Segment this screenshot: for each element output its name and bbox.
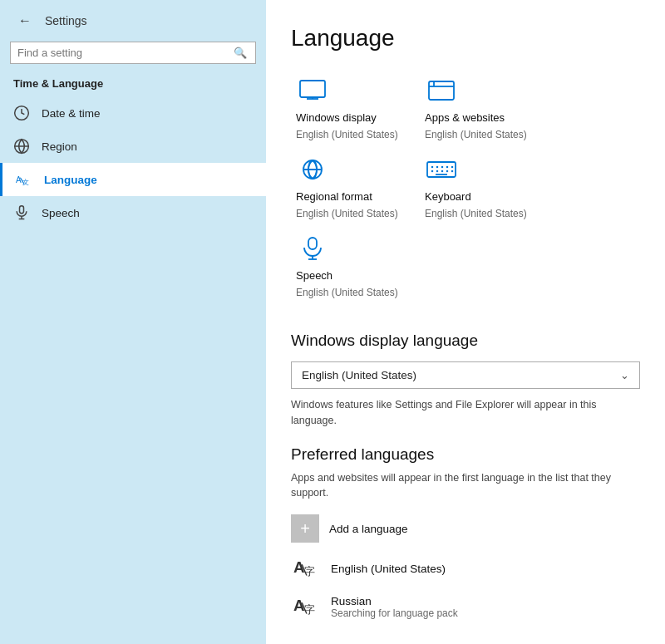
tile-speech[interactable]: Speech English (United States) xyxy=(291,229,420,308)
monitor-icon xyxy=(296,78,329,103)
language-name: English (United States) xyxy=(331,563,446,575)
sidebar-item-label: Speech xyxy=(42,207,80,219)
chevron-down-icon: ⌄ xyxy=(620,369,629,381)
svg-rect-5 xyxy=(20,206,24,214)
windows-display-language-heading: Windows display language xyxy=(291,332,640,350)
tile-sublabel: English (United States) xyxy=(296,208,398,219)
globe-icon xyxy=(13,138,30,155)
tile-label: Speech xyxy=(296,269,332,282)
tile-keyboard[interactable]: Keyboard English (United States) xyxy=(420,150,549,229)
keyboard-icon xyxy=(425,157,458,182)
sidebar-item-label: Language xyxy=(44,174,97,186)
sidebar-item-speech[interactable]: Speech xyxy=(0,196,266,229)
language-info: English (United States) xyxy=(331,563,446,575)
language-item-english[interactable]: A 字 English (United States) xyxy=(291,554,640,583)
language-icon: A 文 xyxy=(16,171,32,188)
language-item-russian[interactable]: A 字 Russian Searching for language pack xyxy=(291,592,640,621)
tile-label: Regional format xyxy=(296,190,372,203)
tile-label: Keyboard xyxy=(425,190,471,203)
main-content: Language Windows display English (United… xyxy=(266,0,665,644)
tile-sublabel: English (United States) xyxy=(425,208,527,219)
language-dropdown-container: English (United States) ⌄ Windows featur… xyxy=(291,361,640,429)
tile-apps-websites[interactable]: Apps & websites English (United States) xyxy=(420,71,549,150)
sidebar-header: ← Settings xyxy=(0,0,266,38)
preferred-languages-desc: Apps and websites will appear in the fir… xyxy=(291,470,640,502)
tile-sublabel: English (United States) xyxy=(296,129,398,140)
language-a-icon-2: A 字 xyxy=(291,592,319,621)
mic2-icon xyxy=(296,236,329,261)
globe2-icon xyxy=(296,157,329,182)
tile-label: Windows display xyxy=(296,111,377,124)
language-info-2: Russian Searching for language pack xyxy=(331,595,458,619)
sidebar-item-region[interactable]: Region xyxy=(0,130,266,163)
dropdown-description: Windows features like Settings and File … xyxy=(291,397,640,429)
add-language-label: Add a language xyxy=(329,523,408,535)
svg-rect-28 xyxy=(308,238,317,249)
icon-grid: Windows display English (United States) … xyxy=(291,71,640,308)
svg-text:字: 字 xyxy=(304,603,315,616)
svg-text:A: A xyxy=(16,175,22,184)
svg-rect-8 xyxy=(300,81,325,97)
sidebar-item-label: Region xyxy=(42,140,77,153)
plus-icon: + xyxy=(291,514,319,543)
search-icon[interactable]: 🔍 xyxy=(232,47,249,59)
tile-label: Apps & websites xyxy=(425,111,505,124)
tile-sublabel: English (United States) xyxy=(296,287,398,298)
tile-sublabel: English (United States) xyxy=(425,129,527,140)
app-title: Settings xyxy=(45,14,87,27)
dropdown-selected-value: English (United States) xyxy=(302,369,416,381)
search-input[interactable] xyxy=(17,47,232,59)
svg-text:字: 字 xyxy=(304,565,315,578)
tile-regional-format[interactable]: Regional format English (United States) xyxy=(291,150,420,229)
language-a-icon: A 字 xyxy=(291,554,319,583)
sidebar: ← Settings 🔍 Time & Language Date & time… xyxy=(0,0,266,644)
language-name: Russian xyxy=(331,595,458,607)
section-label: Time & Language xyxy=(0,74,266,96)
clock-icon xyxy=(13,105,30,121)
sidebar-item-date-time[interactable]: Date & time xyxy=(0,96,266,130)
language-dropdown[interactable]: English (United States) ⌄ xyxy=(291,361,640,389)
preferred-languages-heading: Preferred languages xyxy=(291,445,640,464)
add-language-button[interactable]: + Add a language xyxy=(291,514,640,543)
search-box[interactable]: 🔍 xyxy=(10,42,256,64)
tile-windows-display[interactable]: Windows display English (United States) xyxy=(291,71,420,150)
language-status: Searching for language pack xyxy=(331,607,458,619)
svg-rect-11 xyxy=(429,81,454,100)
mic-icon xyxy=(13,204,30,221)
sidebar-item-language[interactable]: A 文 Language xyxy=(0,163,266,196)
window-icon xyxy=(425,78,458,103)
back-button[interactable]: ← xyxy=(13,12,37,30)
page-title: Language xyxy=(291,25,640,52)
sidebar-item-label: Date & time xyxy=(42,107,101,120)
